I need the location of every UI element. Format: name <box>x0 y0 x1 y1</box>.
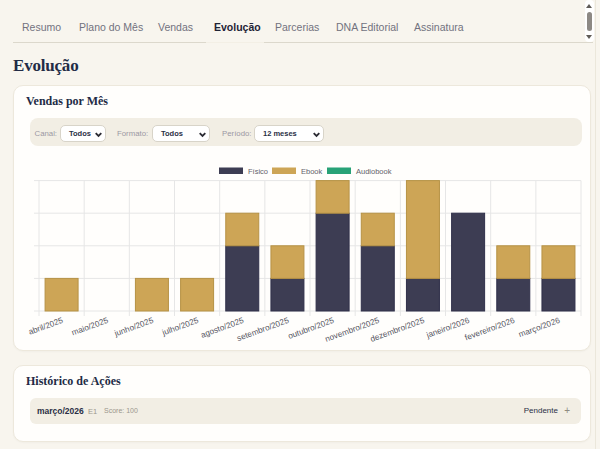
svg-text:Ebook: Ebook <box>301 167 323 176</box>
svg-text:fevereiro/2026: fevereiro/2026 <box>464 315 517 342</box>
svg-text:Audiobook: Audiobook <box>356 167 392 176</box>
svg-text:junho/2025: junho/2025 <box>113 315 156 338</box>
svg-text:março/2026: março/2026 <box>517 315 561 338</box>
svg-text:Físico: Físico <box>248 167 268 176</box>
svg-text:maio/2025: maio/2025 <box>70 315 109 337</box>
svg-text:setembro/2025: setembro/2025 <box>236 315 291 342</box>
svg-text:julho/2025: julho/2025 <box>160 315 200 337</box>
svg-text:abril/2025: abril/2025 <box>27 315 64 336</box>
